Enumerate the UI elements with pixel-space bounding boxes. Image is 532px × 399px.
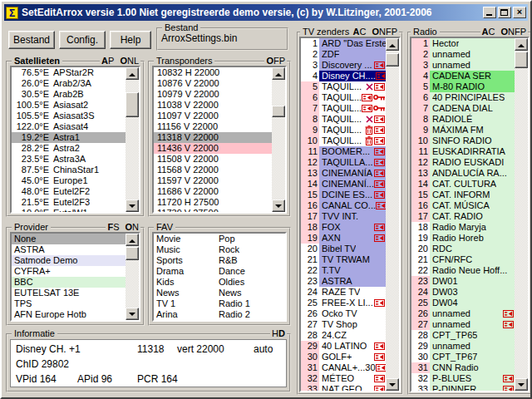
scroll-down-button[interactable] — [126, 308, 139, 320]
radio-channel-row[interactable]: 30CPT_TP67 — [411, 352, 515, 362]
provider-row[interactable]: BBC — [12, 277, 126, 288]
transponder-row[interactable]: 10832 H 22000 — [154, 67, 272, 78]
scroll-up-button[interactable] — [515, 38, 528, 51]
transponder-row[interactable]: 11597 V 22000 — [154, 175, 272, 186]
maximize-button[interactable] — [498, 7, 511, 18]
fav-row[interactable]: DramaDance — [154, 266, 285, 277]
radio-channel-row[interactable]: 14CAT. CULTURA — [411, 179, 515, 190]
tv-channel-row[interactable]: 15DCINE ES... — [301, 190, 386, 200]
satellite-row[interactable]: 105.5°EAsiasat3S — [12, 111, 126, 121]
radio-channel-row[interactable]: 2unnamed — [411, 49, 515, 60]
radio-channel-row[interactable]: 31CNN Radio — [411, 362, 515, 373]
transponder-row[interactable]: 11097 V 22000 — [154, 111, 272, 121]
satellite-row[interactable]: 122.0°EAsiasat4 — [12, 121, 126, 132]
tv-channel-row[interactable]: 2824.CZ — [301, 330, 386, 341]
transponder-row[interactable]: 11038 V 22000 — [154, 100, 272, 111]
tv-channel-row[interactable]: 30GOLF+ — [301, 352, 386, 362]
tv-channel-row[interactable]: 24RAZE TV — [301, 287, 386, 298]
scroll-up-button[interactable] — [386, 38, 399, 51]
radio-channel-row[interactable]: 25DW04 — [411, 298, 515, 308]
radio-channel-row[interactable]: 15CAT. INFORM — [411, 190, 515, 200]
radio-channel-row[interactable]: 19Radio Horeb — [411, 233, 515, 244]
tv-channel-row[interactable]: 12TAQUILLA... — [301, 157, 386, 168]
tv-channel-row[interactable]: 2ZDF — [301, 49, 386, 60]
tv-channel-row[interactable]: 33NAT GEO — [301, 384, 386, 391]
fav-row[interactable]: SportsR&B — [154, 255, 285, 266]
radio-channel-row[interactable]: 22Radio Neue Hoff... — [411, 265, 515, 276]
provider-scrollbar[interactable] — [126, 234, 139, 320]
tv-channel-row[interactable]: 19AXN — [301, 233, 386, 244]
satellite-row[interactable]: 21.5°EEutel2F3 — [12, 197, 126, 208]
tv-channel-row[interactable]: 16CANAL CO... — [301, 200, 386, 211]
scroll-thumb[interactable] — [126, 247, 139, 260]
transponders-listbox[interactable]: 10832 H 2200010876 V 2200010979 V 220001… — [152, 66, 287, 214]
radio-channel-row[interactable]: 18Radio Maryja — [411, 222, 515, 233]
radio-channel-row[interactable]: 23DW01 — [411, 276, 515, 287]
satellite-row[interactable]: 45.0°EEurope1 — [12, 175, 126, 186]
scroll-down-button[interactable] — [515, 378, 528, 391]
config-button[interactable]: Config. — [59, 31, 106, 49]
tv-channel-row[interactable]: 14CINEMANÍ... — [301, 179, 386, 190]
radio-channel-row[interactable]: 26unnamed — [411, 308, 515, 319]
radio-channel-row[interactable]: 7CADENA DIAL — [411, 103, 515, 114]
provider-row[interactable]: CYFRA+ — [12, 266, 126, 277]
satellite-row[interactable]: 10.0°EEutelW1 — [12, 208, 126, 212]
satellite-row[interactable]: 30.5°EArab2B — [12, 89, 126, 100]
tv-channel-row[interactable]: 31CANAL+...30 — [301, 362, 386, 373]
fav-row[interactable]: ArinaRadio 2 — [154, 309, 285, 320]
satellite-row[interactable]: 76.5°EAPStar2R — [12, 67, 126, 78]
scroll-thumb[interactable] — [386, 53, 399, 66]
provider-row[interactable]: EUTELSAT 13E — [12, 288, 126, 298]
radio-channel-row[interactable]: 8RADIOLÉ — [411, 114, 515, 125]
radio-channel-row[interactable]: 12RADIO EUSKADI — [411, 157, 515, 168]
tv-channel-row[interactable]: 4Disney CH.... — [301, 71, 386, 81]
fav-row[interactable]: KidsOldies — [154, 277, 285, 288]
provider-row[interactable]: AFN Europe Hotb — [12, 309, 126, 320]
fav-row[interactable]: MoviePop — [154, 234, 285, 244]
tv-channel-row[interactable]: 6TAQUIL... — [301, 92, 386, 103]
transponders-scrollbar[interactable] — [272, 67, 285, 212]
transponder-row[interactable]: 11508 V 22000 — [154, 154, 272, 165]
provider-row[interactable]: TPS — [12, 298, 126, 309]
radio-channel-row[interactable]: 11EUSKADIRRATIA — [411, 146, 515, 157]
tv-channel-row[interactable]: 9TAQUIL... — [301, 125, 386, 135]
satellites-listbox[interactable]: 76.5°EAPStar2R26.0°EArab2/3A30.5°EArab2B… — [10, 66, 140, 214]
app-icon[interactable]: Σ — [6, 7, 18, 19]
radio-channel-row[interactable]: 16CAT. MÚSICA — [411, 200, 515, 211]
radio-channel-row[interactable]: 17CAT. RADIO — [411, 211, 515, 222]
radio-channel-row[interactable]: 28CPT_TP65 — [411, 330, 515, 341]
radio-channel-row[interactable]: 21CFN/RFC — [411, 254, 515, 265]
bestand-button[interactable]: Bestand — [8, 31, 55, 49]
radio-channel-row[interactable]: 640 PRINCIPALES — [411, 92, 515, 103]
fav-row[interactable]: TV 1Radio 1 — [154, 298, 285, 309]
satellite-row[interactable]: 26.0°EArab2/3A — [12, 78, 126, 89]
tv-channel-row[interactable]: 7TAQUIL... — [301, 103, 386, 114]
tv-channel-row[interactable]: 22T.TV — [301, 265, 386, 276]
scroll-up-button[interactable] — [272, 67, 285, 80]
transponder-row[interactable]: 10876 V 22000 — [154, 78, 272, 89]
radio-channel-row[interactable]: 27unnamed — [411, 319, 515, 330]
radio-channel-row[interactable]: 20RDC — [411, 244, 515, 254]
radio-listbox[interactable]: 1Hector2unnamed3unnamed4CADENA SER5M-80 … — [410, 37, 530, 392]
radio-channel-row[interactable]: 33P-DINNER — [411, 384, 515, 391]
tv-channel-row[interactable]: 3Discovery ... — [301, 60, 386, 71]
tv-channel-row[interactable]: 26Ocko TV — [301, 308, 386, 319]
tv-channel-row[interactable]: 20Bibel TV — [301, 244, 386, 254]
tv-listbox[interactable]: 1ARD "Das Erste"2ZDF3Discovery ...4Disne… — [299, 37, 401, 392]
radio-channel-row[interactable]: 29unnamed — [411, 341, 515, 352]
satellite-row[interactable]: 87.5°EChinaStar1 — [12, 165, 126, 175]
tv-channel-row[interactable]: 18FOX — [301, 222, 386, 233]
fav-row[interactable]: NewsNews — [154, 288, 285, 298]
transponder-row[interactable]: 11318 V 22000 — [154, 132, 272, 143]
help-button[interactable]: Help — [110, 31, 151, 49]
radio-channel-row[interactable]: 3unnamed — [411, 60, 515, 71]
scroll-thumb[interactable] — [515, 52, 528, 68]
transponder-row[interactable]: 11686 V 22000 — [154, 186, 272, 197]
satellites-scrollbar[interactable] — [126, 67, 139, 212]
tv-channel-row[interactable]: 1ARD "Das Erste" — [301, 38, 386, 49]
radio-channel-row[interactable]: 10SINFO RADIO — [411, 135, 515, 146]
radio-channel-row[interactable]: 24DW03 — [411, 287, 515, 298]
tv-channel-row[interactable]: 17TVV INT. — [301, 211, 386, 222]
radio-channel-row[interactable]: 32P-BLUES — [411, 373, 515, 384]
radio-channel-row[interactable]: 9MÁXIMA FM — [411, 125, 515, 135]
